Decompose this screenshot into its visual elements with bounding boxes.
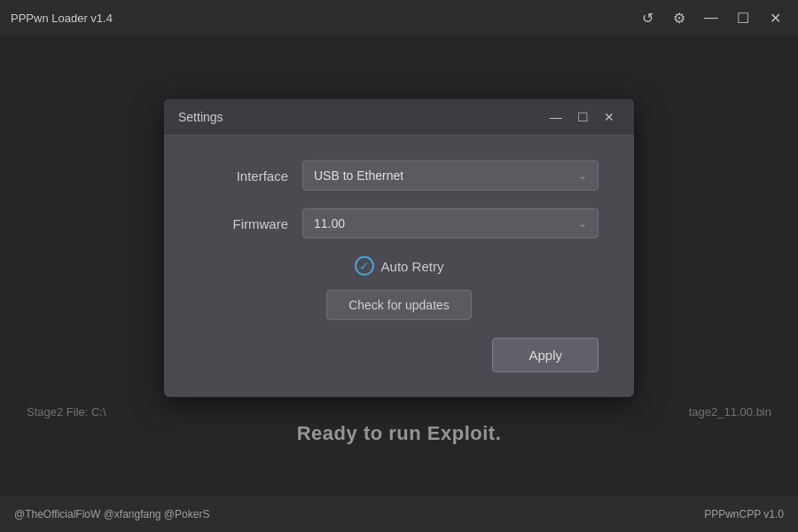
close-button[interactable]: ✕ xyxy=(763,5,787,30)
history-icon[interactable]: ↺ xyxy=(635,5,660,30)
firmware-chevron-icon: ⌄ xyxy=(578,217,587,230)
auto-retry-row: ✓ Auto Retry xyxy=(200,256,598,276)
interface-label: Interface xyxy=(200,168,288,183)
interface-value: USB to Ethernet xyxy=(314,168,403,183)
auto-retry-label: Auto Retry xyxy=(381,258,444,273)
dialog-close-button[interactable]: ✕ xyxy=(598,108,620,126)
maximize-button[interactable]: ☐ xyxy=(731,5,755,30)
main-content: Stage2 File: C:\ tage2_11.00.bin Ready t… xyxy=(0,35,798,497)
apply-row: Apply xyxy=(200,338,598,372)
dialog-body: Interface USB to Ethernet ⌄ Firmware 11.… xyxy=(164,136,634,397)
firmware-row: Firmware 11.00 ⌄ xyxy=(200,208,598,239)
interface-chevron-icon: ⌄ xyxy=(578,169,587,182)
interface-row: Interface USB to Ethernet ⌄ xyxy=(200,160,598,191)
status-right: PPPwnCPP v1.0 xyxy=(704,508,784,520)
dialog-title-bar: Settings — ☐ ✕ xyxy=(164,99,634,136)
apply-button[interactable]: Apply xyxy=(492,338,598,372)
dialog-minimize-button[interactable]: — xyxy=(545,108,567,126)
interface-select[interactable]: USB to Ethernet ⌄ xyxy=(302,160,598,191)
status-bar: @TheOfficialFloW @xfangfang @PokerS PPPw… xyxy=(0,497,798,532)
auto-retry-checkbox[interactable]: ✓ xyxy=(355,256,374,276)
dialog-maximize-button[interactable]: ☐ xyxy=(572,108,593,126)
settings-dialog: Settings — ☐ ✕ Interface USB to Ethernet… xyxy=(164,99,634,397)
check-updates-row: Check for updates xyxy=(200,290,598,320)
firmware-value: 11.00 xyxy=(314,216,345,231)
settings-icon[interactable]: ⚙ xyxy=(667,5,692,30)
firmware-select[interactable]: 11.00 ⌄ xyxy=(302,208,598,239)
status-left: @TheOfficialFloW @xfangfang @PokerS xyxy=(14,508,209,520)
firmware-label: Firmware xyxy=(200,215,288,231)
title-bar-controls: ↺ ⚙ — ☐ ✕ xyxy=(635,5,787,30)
check-updates-button[interactable]: Check for updates xyxy=(326,290,472,320)
dialog-controls: — ☐ ✕ xyxy=(545,108,620,126)
app-title: PPPwn Loader v1.4 xyxy=(11,12,113,25)
dialog-title: Settings xyxy=(178,110,223,124)
title-bar: PPPwn Loader v1.4 ↺ ⚙ — ☐ ✕ xyxy=(0,0,798,35)
minimize-button[interactable]: — xyxy=(699,5,724,30)
